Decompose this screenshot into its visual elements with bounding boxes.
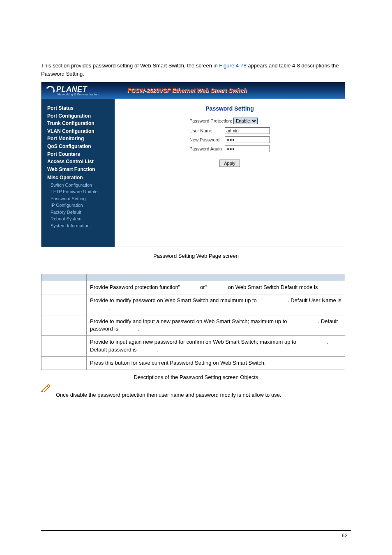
page-number: - 62 - xyxy=(339,532,351,539)
app-header: PLANET Networking & Communication FGSW-2… xyxy=(42,82,345,99)
apply-button[interactable]: Apply xyxy=(219,160,240,167)
table-cell-object xyxy=(42,294,87,315)
note-text: Once disable the password protection the… xyxy=(56,384,281,399)
sidebar-sub-switch-configuration[interactable]: Switch Configuration xyxy=(47,182,110,189)
new-password-input[interactable] xyxy=(225,136,270,143)
username-input[interactable] xyxy=(225,127,270,134)
table-header-object xyxy=(42,274,87,281)
intro-paragraph: This section provides password setting o… xyxy=(41,62,351,78)
username-label: User Name xyxy=(189,128,225,133)
description-table: Provide Password protection function"Ena… xyxy=(41,274,345,370)
sidebar-item-port-status[interactable]: Port Status xyxy=(47,104,110,112)
table-header-desc xyxy=(87,274,345,281)
planet-ring-icon xyxy=(45,85,56,96)
note-block: Once disable the password protection the… xyxy=(41,384,351,399)
new-password-label: New Password xyxy=(189,137,225,142)
table-row: Provide Password protection function"Ena… xyxy=(42,281,345,294)
sidebar-misc-heading: Misc Operation xyxy=(47,174,110,182)
sidebar-item-port-monitoring[interactable]: Port Monitoring xyxy=(47,135,110,143)
password-again-input[interactable] xyxy=(225,146,270,152)
brand-subtitle: Networking & Communication xyxy=(58,93,99,96)
sidebar-sub-tftp-firmware-update[interactable]: TFTP Firmware Update xyxy=(47,188,110,195)
table-cell-desc: Provide to input again new password for … xyxy=(87,336,345,357)
sidebar-sub-ip-configuration[interactable]: IP Configuration xyxy=(47,202,110,209)
sidebar-item-port-configuration[interactable]: Port Configuration xyxy=(47,112,110,120)
main-panel: Password Setting Password Protection: En… xyxy=(115,99,345,247)
sidebar-sub-reboot-system[interactable]: Reboot System xyxy=(47,215,110,222)
table-row: Press this button for save current Passw… xyxy=(42,356,345,370)
app-title: FGSW-2620VSF Ethernet Web Smart Switch xyxy=(127,87,247,94)
password-again-label: Password Again xyxy=(189,146,225,151)
brand-logo: PLANET Networking & Communication xyxy=(46,85,99,96)
table-cell-desc: Press this button for save current Passw… xyxy=(87,356,345,370)
table-cell-desc: Provide Password protection function"Ena… xyxy=(87,281,345,294)
sidebar-sub-system-information[interactable]: System Information xyxy=(47,222,110,229)
table-cell-object xyxy=(42,336,87,357)
sidebar-sub-factory-default[interactable]: Factory Default xyxy=(47,209,110,216)
sidebar-item-vlan-configuration[interactable]: VLAN Configuration xyxy=(47,127,110,135)
app-window: PLANET Networking & Communication FGSW-2… xyxy=(41,82,345,247)
password-protection-select[interactable]: Enable xyxy=(233,118,258,124)
table-cell-object xyxy=(42,315,87,336)
panel-title: Password Setting xyxy=(123,105,337,112)
table-caption: Descriptions of the Password Setting scr… xyxy=(41,374,351,380)
sidebar: Port Status Port Configuration Trunk Con… xyxy=(42,99,115,247)
table-row: Provide to modify password on Web Smart … xyxy=(42,294,345,315)
intro-text-pre: This section provides password setting o… xyxy=(41,62,219,69)
table-cell-desc: Provide to modify and input a new passwo… xyxy=(87,315,345,336)
svg-line-0 xyxy=(41,391,42,392)
sidebar-item-trunk-configuration[interactable]: Trunk Configuration xyxy=(47,120,110,127)
pencil-icon xyxy=(41,384,51,392)
figure-link[interactable]: Figure 4-78 xyxy=(219,62,246,69)
table-row: Provide to input again new password for … xyxy=(42,336,345,357)
sidebar-item-access-control-list[interactable]: Access Control List xyxy=(47,158,110,166)
brand-name: PLANET xyxy=(56,85,99,94)
sidebar-item-qos-configuration[interactable]: QoS Configuration xyxy=(47,143,110,150)
page-footer: - 62 - xyxy=(41,530,351,539)
table-row: Provide to modify and input a new passwo… xyxy=(42,315,345,336)
password-protection-label: Password Protection: xyxy=(189,118,232,123)
sidebar-item-port-counters[interactable]: Port Counters xyxy=(47,150,110,158)
table-cell-desc: Provide to modify password on Web Smart … xyxy=(87,294,345,315)
sidebar-sub-password-setting[interactable]: Password Setting xyxy=(47,195,110,202)
table-cell-object xyxy=(42,281,87,294)
table-cell-object xyxy=(42,356,87,370)
figure-caption: Password Setting Web Page screen xyxy=(41,253,351,259)
sidebar-item-web-smart-function[interactable]: Web Smart Function xyxy=(47,166,110,173)
